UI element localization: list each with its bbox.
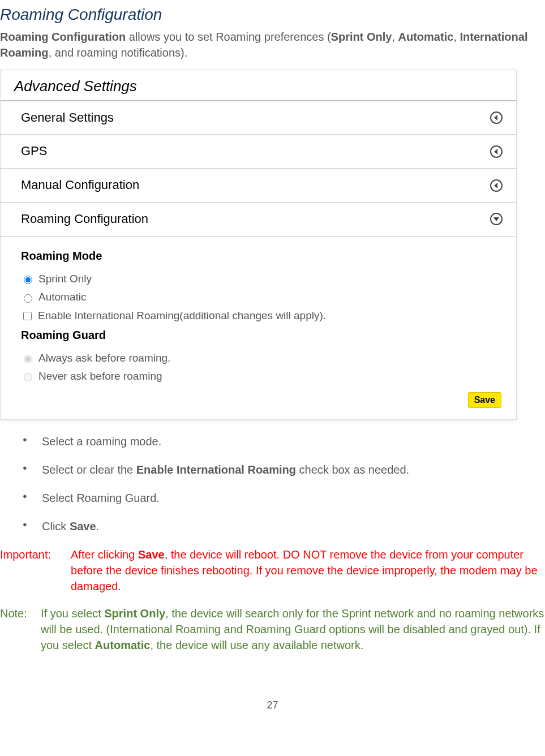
svg-marker-3: [493, 217, 499, 221]
radio-automatic[interactable]: Automatic: [21, 290, 510, 305]
row-manual-config[interactable]: Manual Configuration: [1, 169, 516, 203]
important-label: Important:: [0, 547, 71, 594]
note-t3: , the device will use any available netw…: [150, 639, 363, 651]
bullet-4-post: .: [96, 520, 100, 532]
bullet-1: Select a roaming mode.: [23, 433, 545, 449]
row-manual-label: Manual Configuration: [21, 177, 139, 194]
important-note: Important: After clicking Save, the devi…: [0, 547, 545, 594]
intro-text-3: ,: [453, 31, 460, 43]
bullet-2-post: check box as needed.: [296, 463, 409, 476]
intro-strong-2: Sprint Only: [331, 31, 392, 43]
radio-always-ask[interactable]: Always ask before roaming.: [21, 351, 510, 366]
note-s2: Automatic: [95, 639, 151, 651]
radio-sprint-only-label: Sprint Only: [38, 272, 92, 287]
note-s1: Sprint Only: [104, 607, 165, 620]
row-roaming-config[interactable]: Roaming Configuration: [1, 203, 516, 236]
intro-text-4: , and roaming notifications).: [49, 46, 188, 59]
arrow-left-icon: [490, 179, 503, 192]
bullet-2-strong: Enable International Roaming: [136, 463, 296, 476]
radio-sprint-only-input[interactable]: [24, 276, 32, 284]
intro-text-1: allows you to set Roaming preferences (: [126, 31, 331, 43]
arrow-down-icon: [490, 213, 503, 225]
radio-always-ask-label: Always ask before roaming.: [38, 351, 170, 366]
save-button[interactable]: Save: [468, 392, 501, 408]
row-general-label: General Settings: [21, 109, 114, 127]
row-gps-label: GPS: [21, 143, 47, 160]
bullet-2-pre: Select or clear the: [42, 463, 136, 476]
row-gps[interactable]: GPS: [1, 135, 516, 169]
radio-sprint-only[interactable]: Sprint Only: [21, 272, 510, 287]
bullet-4-pre: Click: [42, 520, 70, 532]
important-body: After clicking Save, the device will reb…: [71, 547, 545, 594]
checkbox-intl-roaming[interactable]: Enable International Roaming(additional …: [21, 308, 510, 324]
checkbox-intl-roaming-label: Enable International Roaming(additional …: [38, 308, 326, 324]
note-block: Note: If you select Sprint Only, the dev…: [0, 605, 545, 653]
row-general-settings[interactable]: General Settings: [1, 101, 516, 135]
roaming-mode-heading: Roaming Mode: [21, 248, 510, 264]
svg-marker-0: [494, 115, 497, 121]
section-heading: Roaming Configuration: [0, 3, 545, 25]
radio-never-ask[interactable]: Never ask before roaming: [21, 369, 510, 384]
instruction-list: Select a roaming mode. Select or clear t…: [0, 433, 545, 534]
svg-marker-1: [494, 149, 497, 154]
arrow-left-icon: [490, 111, 503, 124]
important-strong: Save: [138, 548, 165, 561]
intro-strong-3: Automatic: [398, 31, 454, 43]
radio-automatic-input[interactable]: [24, 294, 32, 303]
radio-never-ask-label: Never ask before roaming: [38, 369, 162, 384]
roaming-guard-heading: Roaming Guard: [21, 327, 510, 343]
important-pre: After clicking: [71, 548, 138, 561]
note-label: Note:: [0, 605, 41, 653]
row-roaming-label: Roaming Configuration: [21, 211, 148, 228]
page-number: 27: [0, 698, 545, 712]
checkbox-intl-roaming-input[interactable]: [23, 312, 32, 320]
bullet-4-strong: Save: [70, 520, 96, 532]
arrow-left-icon: [490, 145, 503, 158]
bullet-4: Click Save.: [23, 518, 545, 534]
panel-title: Advanced Settings: [1, 76, 516, 101]
intro-text-2: ,: [392, 31, 398, 43]
bullet-2: Select or clear the Enable International…: [23, 462, 545, 478]
advanced-settings-panel: Advanced Settings General Settings GPS M…: [0, 70, 517, 420]
intro-strong-1: Roaming Configuration: [0, 31, 126, 43]
intro-paragraph: Roaming Configuration allows you to set …: [0, 29, 545, 61]
bullet-3: Select Roaming Guard.: [23, 490, 545, 506]
radio-automatic-label: Automatic: [38, 290, 86, 305]
radio-never-ask-input[interactable]: [24, 373, 32, 381]
roaming-config-panel: Roaming Mode Sprint Only Automatic Enabl…: [1, 236, 516, 419]
note-t1: If you select: [41, 607, 104, 620]
radio-always-ask-input[interactable]: [24, 355, 32, 363]
svg-marker-2: [494, 183, 497, 188]
note-body: If you select Sprint Only, the device wi…: [41, 605, 545, 653]
